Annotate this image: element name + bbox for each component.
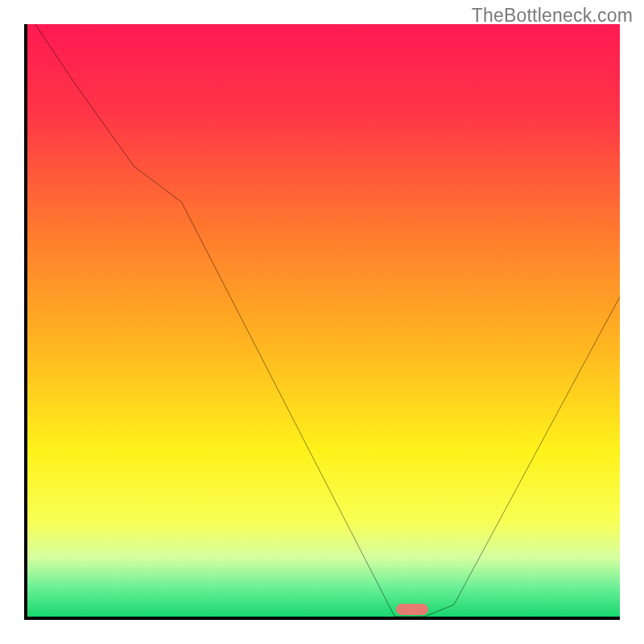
plot-area <box>24 24 620 620</box>
chart-frame: TheBottleneck.com <box>0 0 644 644</box>
watermark-text: TheBottleneck.com <box>472 5 633 27</box>
optimum-marker <box>396 604 428 615</box>
line-series <box>27 24 620 617</box>
bottleneck-curve-path <box>27 24 620 617</box>
